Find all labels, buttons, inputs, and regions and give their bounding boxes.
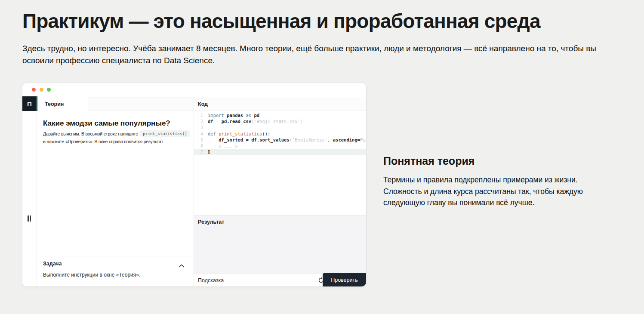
code-editor[interactable]: 1import pandas as pd2df = pd.read_csv('e… [194,111,366,215]
instruction-text: Давайте выясним. В восьмой строке напиши… [43,131,138,136]
code-line[interactable]: 3 [194,125,366,131]
task-text: Выполните инструкции в окне «Теория». [43,272,140,278]
check-button[interactable]: Проверить [323,273,366,286]
tab-theory-label: Теория [45,101,64,107]
resize-handle-icon[interactable] [28,215,31,222]
code-line[interactable]: 7I [194,149,366,155]
page-title: Практикум — это насыщенная и проработанн… [22,9,540,33]
minimize-window-button[interactable] [40,88,43,92]
hint-label: Подсказка [198,277,224,283]
hint-button[interactable]: Подсказка [198,274,224,286]
close-window-button[interactable] [32,88,36,92]
feature-heading: Понятная теория [383,155,594,167]
praktikum-logo: П [22,96,37,111]
page-subtitle: Здесь трудно, но интересно. Учёба занима… [22,43,616,67]
lesson-question: Какие эмодзи самые популярные? [43,119,170,128]
code-line[interactable]: 4def print_statistics(): [194,131,366,137]
result-panel: Результат [194,215,366,273]
code-line[interactable]: 1import pandas as pd [194,112,366,118]
result-label: Результат [198,219,224,225]
code-line[interactable]: 6 < ... > [194,143,366,149]
tab-theory[interactable]: Теория [38,97,88,111]
action-bar: Подсказка Проверить [194,273,366,286]
code-line[interactable]: 5 df_sorted = df.sort_values('EmojiXpres… [194,137,366,143]
code-lines: 1import pandas as pd2df = pd.read_csv('e… [194,112,366,155]
task-section: Задача Выполните инструкции в окне «Теор… [37,256,194,256]
left-rail: ? [22,111,37,286]
lesson-instruction-line2: и нажмите «Проверить». В окне справа поя… [43,139,164,144]
feature-text: Термины и правила подкреплены примерами … [383,174,594,209]
lesson-instruction-line1: Давайте выясним. В восьмой строке напиши… [43,130,190,137]
logo-accent-strip [37,96,38,111]
panel-divider[interactable] [194,97,194,286]
feature-block: Понятная теория Термины и правила подкре… [383,155,594,209]
chevron-up-icon[interactable] [179,262,184,269]
code-panel-header: Код [194,97,366,111]
app-window: П Теория Код ? Какие эмодзи самые популя… [22,83,366,286]
code-line[interactable]: 2df = pd.read_csv('emoji_stats.csv') [194,118,366,124]
task-label: Задача [43,261,62,267]
theory-panel: Какие эмодзи самые популярные? Давайте в… [37,111,194,286]
maximize-window-button[interactable] [47,88,51,92]
logo-letter: П [27,100,32,108]
inline-code-chip: print_statistics() [140,130,190,137]
window-titlebar [22,83,366,97]
code-panel-label: Код [198,101,208,107]
check-button-label: Проверить [331,277,358,283]
